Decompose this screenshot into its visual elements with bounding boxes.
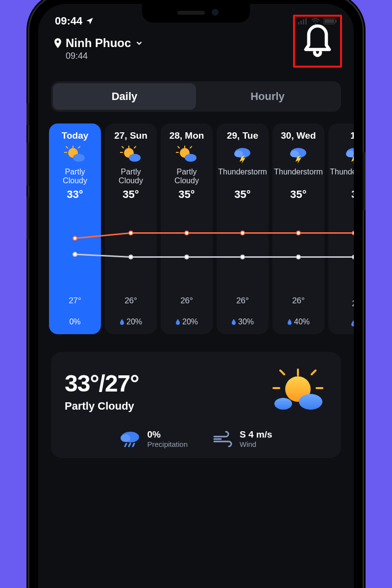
condition-label: Thunderstorm	[274, 168, 323, 187]
svg-line-10	[78, 147, 80, 148]
precip-value: 40%	[287, 318, 310, 326]
screen: 09:44 Ninh Phuoc 09:44	[38, 4, 354, 588]
chevron-down-icon	[135, 39, 144, 48]
low-temp: 27°	[69, 296, 81, 306]
location-name: Ninh Phuoc	[66, 36, 131, 50]
status-time: 09:44	[55, 15, 82, 27]
high-temp: 35°	[122, 188, 139, 201]
svg-point-26	[234, 150, 243, 157]
condition-label: Thunderstorm	[218, 168, 267, 187]
high-temp: 35°	[234, 188, 250, 201]
day-label: 29, Tue	[227, 130, 258, 141]
low-temp: 26°	[236, 296, 249, 306]
partly-cloudy-icon	[64, 144, 86, 166]
wind-value: S 4 m/s	[240, 429, 272, 440]
forecast-day-card[interactable]: 29, TueThunderstorm35°26°30%	[217, 123, 269, 334]
battery-icon	[323, 18, 337, 24]
forecast-day-card[interactable]: 28, MonPartly Cloudy35°26°20%	[161, 123, 213, 334]
forecast-day-card[interactable]: TodayPartly Cloudy33°27°0%	[49, 123, 101, 334]
tab-daily[interactable]: Daily	[53, 83, 196, 110]
precip-value	[351, 320, 354, 326]
svg-rect-0	[298, 22, 299, 24]
wifi-icon	[311, 18, 320, 24]
partly-cloudy-icon	[176, 144, 197, 166]
condition-label: Partly Cloudy	[52, 168, 98, 187]
low-temp: 26°	[180, 296, 193, 306]
location-arrow-icon	[85, 17, 94, 25]
svg-rect-2	[303, 19, 304, 24]
thunder-icon	[232, 144, 253, 166]
day-label: 28, Mon	[170, 130, 204, 141]
stat-precipitation: 0% Precipitation	[120, 429, 188, 448]
condition-label: Thunderstorm	[330, 168, 354, 187]
svg-line-9	[66, 147, 68, 148]
condition-label: Partly Cloudy	[108, 168, 154, 187]
high-temp: 35°	[290, 188, 306, 201]
forecast-day-card[interactable]: 30, WedThunderstorm35°26°40%	[272, 123, 324, 334]
low-temp: 26°	[292, 296, 305, 306]
wind-label: Wind	[240, 440, 272, 448]
svg-point-28	[290, 150, 299, 157]
summary-condition: Partly Cloudy	[65, 400, 139, 413]
today-summary-card: 33°/27° Partly Cloudy	[51, 352, 341, 458]
high-temp: 33°	[67, 188, 83, 201]
svg-line-22	[190, 147, 192, 148]
low-temp: 26°	[124, 296, 137, 306]
precip-value: 20%	[120, 318, 142, 326]
svg-line-16	[134, 147, 136, 148]
svg-rect-3	[305, 18, 307, 24]
location-selector[interactable]: Ninh Phuoc 09:44	[54, 36, 144, 61]
partly-cloudy-icon	[269, 367, 327, 416]
svg-line-46	[280, 370, 284, 374]
day-label: 30, Wed	[281, 130, 316, 141]
forecast-day-card[interactable]: 27, SunPartly Cloudy35°26°20%	[105, 123, 157, 334]
stat-wind: S 4 m/s Wind	[212, 429, 272, 448]
high-temp: 3	[351, 188, 354, 201]
signal-icon	[298, 18, 308, 24]
high-temp: 35°	[178, 188, 195, 201]
view-toggle: Daily Hourly	[51, 81, 341, 112]
svg-point-49	[299, 394, 322, 410]
low-temp: 2	[352, 299, 354, 309]
precip-value: 20%	[175, 318, 198, 326]
partly-cloudy-icon	[120, 144, 142, 166]
svg-rect-5	[336, 20, 337, 23]
svg-point-24	[185, 154, 196, 162]
day-label: Today	[62, 130, 89, 141]
summary-temps: 33°/27°	[65, 370, 139, 397]
thunder-icon	[288, 144, 309, 166]
precip-value: 0%	[69, 318, 80, 326]
svg-point-52	[121, 434, 130, 442]
svg-rect-6	[324, 19, 334, 23]
wind-icon	[212, 431, 234, 447]
thunder-icon	[343, 144, 354, 166]
svg-line-15	[122, 147, 123, 148]
forecast-scroller[interactable]: TodayPartly Cloudy33°27°0%27, SunPartly …	[38, 112, 354, 334]
precip-label: Precipitation	[147, 440, 188, 448]
svg-line-45	[312, 370, 316, 374]
precip-value: 0%	[147, 429, 188, 440]
condition-label: Partly Cloudy	[164, 168, 210, 187]
svg-point-50	[274, 398, 292, 410]
phone-frame: 09:44 Ninh Phuoc 09:44	[29, 0, 363, 588]
day-label: 1,	[350, 130, 354, 141]
forecast-day-card[interactable]: 1,Thunderstorm32	[328, 123, 354, 334]
svg-rect-1	[300, 21, 302, 24]
day-label: 27, Sun	[114, 130, 147, 141]
pin-icon	[54, 38, 62, 48]
svg-point-18	[129, 154, 141, 162]
rain-cloud-icon	[120, 430, 141, 448]
tab-hourly[interactable]: Hourly	[196, 83, 339, 110]
precip-value: 30%	[231, 318, 254, 326]
svg-line-21	[178, 147, 179, 148]
device-notch	[142, 4, 250, 23]
location-time: 09:44	[54, 51, 144, 61]
svg-point-12	[73, 154, 85, 162]
